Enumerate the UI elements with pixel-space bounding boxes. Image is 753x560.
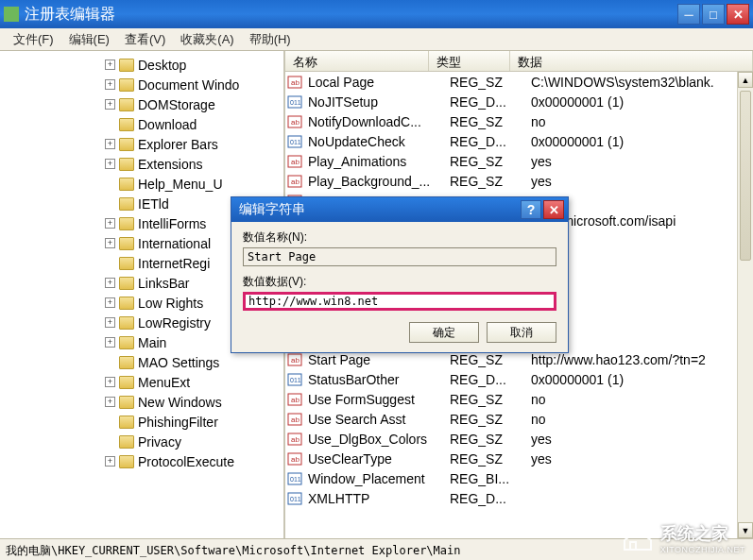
value-name: Play_Animations: [308, 154, 450, 169]
list-row[interactable]: 011NoJITSetupREG_D...0x00000001 (1): [285, 92, 753, 111]
list-row[interactable]: abLocal PageREG_SZC:\WINDOWS\system32\bl…: [285, 72, 753, 92]
value-name-input: [243, 247, 556, 266]
folder-icon: [119, 455, 134, 468]
value-type-icon: 011: [287, 134, 304, 149]
tree-item[interactable]: +Extensions: [0, 154, 283, 174]
scroll-up-button[interactable]: ▲: [738, 72, 753, 88]
expand-toggle[interactable]: +: [105, 278, 115, 288]
value-type: REG_D...: [450, 372, 531, 387]
scroll-thumb[interactable]: [740, 91, 751, 261]
menu-view[interactable]: 查看(V): [117, 29, 173, 50]
tree-item[interactable]: MAO Settings: [0, 352, 283, 372]
value-name: NoJITSetup: [308, 94, 450, 110]
expand-toggle[interactable]: +: [105, 397, 115, 407]
ok-button[interactable]: 确定: [409, 322, 479, 343]
tree-item[interactable]: Help_Menu_U: [0, 174, 283, 194]
svg-text:ab: ab: [291, 396, 299, 404]
folder-icon: [119, 217, 134, 230]
tree-item[interactable]: PhishingFilter: [0, 412, 283, 432]
svg-text:ab: ab: [291, 118, 299, 127]
tree-item[interactable]: +Document Windo: [0, 75, 283, 94]
value-data-input[interactable]: [243, 292, 556, 311]
value-type-icon: 011: [287, 94, 304, 110]
folder-icon: [119, 197, 134, 211]
maximize-button[interactable]: □: [702, 4, 725, 25]
value-type-icon: ab: [287, 352, 304, 367]
cancel-button[interactable]: 取消: [487, 322, 556, 343]
value-type: REG_SZ: [450, 174, 531, 189]
tree-item[interactable]: +Desktop: [0, 55, 283, 75]
value-type: REG_BI...: [450, 471, 531, 486]
tree-item[interactable]: Privacy: [0, 432, 283, 451]
tree-item-label: Desktop: [138, 58, 186, 73]
value-type-icon: ab: [287, 451, 304, 467]
list-row[interactable]: abUse FormSuggestREG_SZno: [285, 389, 753, 409]
list-row[interactable]: abUseClearTypeREG_SZyes: [285, 449, 753, 468]
menu-bar: 文件(F) 编辑(E) 查看(V) 收藏夹(A) 帮助(H): [0, 28, 753, 51]
expand-toggle[interactable]: +: [105, 377, 115, 387]
svg-text:ab: ab: [291, 356, 299, 365]
close-button[interactable]: ✕: [727, 4, 749, 25]
col-name[interactable]: 名称: [285, 51, 429, 71]
list-row[interactable]: 011Window_PlacementREG_BI...: [285, 468, 753, 488]
col-type[interactable]: 类型: [429, 51, 510, 71]
expand-toggle[interactable]: +: [105, 238, 115, 248]
list-row[interactable]: 011StatusBarOtherREG_D...0x00000001 (1): [285, 369, 753, 389]
svg-text:011: 011: [290, 139, 301, 145]
value-type: REG_SZ: [450, 432, 531, 447]
list-row[interactable]: 011NoUpdateCheckREG_D...0x00000001 (1): [285, 131, 753, 151]
expand-toggle[interactable]: +: [105, 139, 115, 149]
expand-toggle[interactable]: +: [105, 59, 115, 70]
folder-icon: [119, 237, 134, 250]
tree-item[interactable]: +ProtocolExecute: [0, 451, 283, 471]
tree-item-label: Extensions: [138, 157, 202, 172]
tree-item-label: MAO Settings: [138, 355, 219, 370]
value-data: yes: [531, 432, 753, 447]
expand-toggle[interactable]: +: [105, 337, 115, 348]
folder-icon: [119, 336, 134, 349]
value-name: XMLHTTP: [308, 491, 450, 506]
expand-toggle[interactable]: +: [105, 317, 115, 328]
list-row[interactable]: abPlay_AnimationsREG_SZyes: [285, 151, 753, 171]
menu-help[interactable]: 帮助(H): [242, 29, 299, 50]
value-name: Local Page: [308, 75, 450, 90]
value-type: REG_D...: [450, 134, 531, 149]
tree-item[interactable]: +DOMStorage: [0, 94, 283, 114]
menu-favorites[interactable]: 收藏夹(A): [173, 29, 241, 50]
list-header: 名称 类型 数据: [285, 51, 753, 72]
list-row[interactable]: abUse Search AsstREG_SZno: [285, 409, 753, 429]
expand-toggle[interactable]: +: [105, 456, 115, 467]
watermark-logo-icon: [621, 525, 655, 552]
expand-toggle[interactable]: +: [105, 159, 115, 169]
dialog-title: 编辑字符串: [235, 201, 521, 218]
list-row[interactable]: abPlay_Background_...REG_SZyes: [285, 171, 753, 191]
expand-toggle[interactable]: +: [105, 218, 115, 229]
list-row[interactable]: abNotifyDownloadC...REG_SZno: [285, 111, 753, 131]
tree-item-label: MenuExt: [138, 375, 190, 390]
tree-item[interactable]: +New Windows: [0, 392, 283, 412]
tree-item-label: DOMStorage: [138, 97, 215, 112]
tree-item[interactable]: Download: [0, 114, 283, 134]
expand-toggle[interactable]: +: [105, 79, 115, 90]
list-row[interactable]: 011XMLHTTPREG_D...: [285, 488, 753, 508]
value-data: no: [531, 392, 753, 407]
expand-toggle[interactable]: +: [105, 297, 115, 308]
col-data[interactable]: 数据: [510, 51, 753, 71]
menu-file[interactable]: 文件(F): [6, 29, 61, 50]
dialog-help-button[interactable]: ?: [521, 200, 541, 219]
list-row[interactable]: abUse_DlgBox_ColorsREG_SZyes: [285, 429, 753, 449]
tree-item-label: IntelliForms: [138, 216, 206, 231]
folder-icon: [119, 178, 134, 191]
tree-item-label: Document Windo: [138, 77, 239, 93]
menu-edit[interactable]: 编辑(E): [61, 29, 117, 50]
vertical-scrollbar[interactable]: ▲ ▼: [737, 72, 753, 538]
folder-icon: [119, 98, 134, 111]
folder-icon: [119, 316, 134, 330]
tree-item[interactable]: +MenuExt: [0, 372, 283, 392]
edit-string-dialog: 编辑字符串 ? ✕ 数值名称(N): 数值数据(V): 确定 取消: [231, 196, 569, 353]
dialog-close-button[interactable]: ✕: [543, 200, 564, 219]
value-data: C:\WINDOWS\system32\blank.: [531, 75, 753, 90]
expand-toggle[interactable]: +: [105, 99, 115, 110]
tree-item[interactable]: +Explorer Bars: [0, 134, 283, 154]
minimize-button[interactable]: ─: [677, 4, 700, 25]
